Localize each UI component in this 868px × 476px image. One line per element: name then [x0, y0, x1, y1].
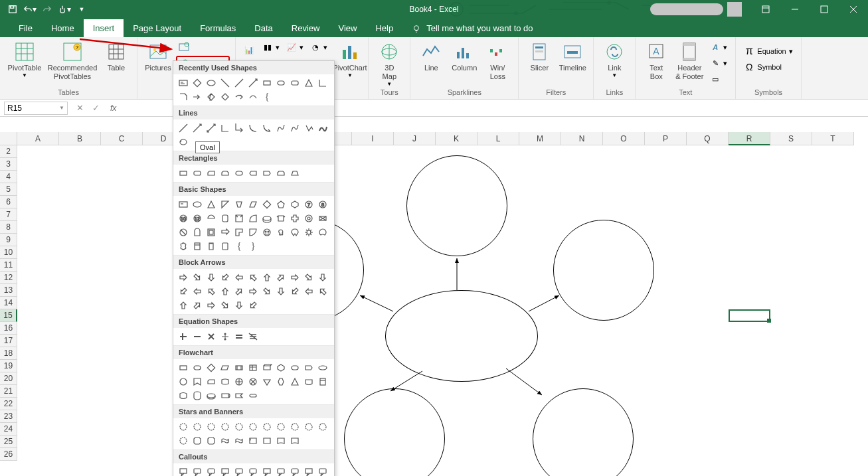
tab-formulas[interactable]: Formulas — [191, 19, 245, 37]
qat-customize-icon[interactable]: ▼ — [74, 2, 89, 17]
shape-option[interactable] — [177, 435, 189, 447]
row-head-6[interactable]: 6 — [0, 196, 17, 208]
shape-option[interactable] — [247, 285, 259, 297]
shape-option[interactable] — [275, 212, 287, 224]
shape-option[interactable] — [205, 91, 217, 103]
shape-option[interactable] — [233, 421, 245, 433]
col-head-J[interactable]: J — [394, 132, 436, 145]
row-head-24[interactable]: 24 — [0, 423, 17, 436]
shape-option[interactable] — [191, 331, 203, 343]
shape-option[interactable] — [247, 226, 259, 238]
shape-option[interactable] — [317, 285, 329, 297]
shape-option[interactable] — [275, 362, 287, 374]
shape-option[interactable] — [303, 212, 315, 224]
shape-option[interactable] — [191, 421, 203, 433]
shape-option[interactable]: 12 — [191, 212, 203, 224]
recommended-pivottables-button[interactable]: ?Recommended PivotTables — [46, 40, 98, 81]
shape-option[interactable] — [247, 376, 259, 388]
shape-option[interactable] — [317, 466, 329, 476]
shape-option[interactable]: 10 — [177, 212, 189, 224]
shape-option[interactable] — [317, 362, 329, 374]
sparkline-column-button[interactable]: Column — [449, 40, 479, 72]
shape-option[interactable] — [261, 226, 273, 238]
tab-insert[interactable]: Insert — [84, 19, 124, 37]
shape-option[interactable] — [177, 331, 189, 343]
shape-option[interactable] — [317, 122, 329, 134]
shape-option[interactable] — [247, 331, 259, 343]
shape-option[interactable] — [177, 122, 189, 134]
shape-option[interactable] — [233, 435, 245, 447]
col-head-K[interactable]: K — [436, 132, 477, 145]
shape-option[interactable] — [247, 466, 259, 476]
shape-option[interactable] — [261, 285, 273, 297]
shape-option[interactable] — [205, 435, 217, 447]
cancel-icon[interactable]: ✕ — [72, 102, 88, 115]
shape-option[interactable] — [233, 299, 245, 311]
shape-option[interactable] — [233, 362, 245, 374]
tab-file[interactable]: File — [9, 19, 42, 37]
tab-help[interactable]: Help — [366, 19, 402, 37]
shape-option[interactable] — [303, 272, 315, 283]
shape-option[interactable] — [289, 226, 301, 238]
shape-option[interactable] — [177, 198, 189, 210]
close-icon[interactable] — [839, 0, 868, 19]
shape-option[interactable] — [219, 122, 231, 134]
shape-option[interactable] — [289, 212, 301, 224]
undo-icon[interactable]: ▾ — [23, 2, 37, 17]
shape-option[interactable] — [303, 376, 315, 388]
shape-option[interactable] — [233, 390, 245, 402]
object-button[interactable]: ▭ — [707, 72, 730, 86]
selected-cell[interactable] — [729, 309, 770, 322]
shape-option[interactable] — [317, 272, 329, 283]
shape-option[interactable] — [289, 122, 301, 134]
shape-option[interactable] — [219, 272, 231, 283]
col-head-S[interactable]: S — [770, 132, 812, 145]
shape-option[interactable] — [219, 212, 231, 224]
row-head-7[interactable]: 7 — [0, 208, 17, 221]
link-button[interactable]: Link▼ — [599, 40, 630, 78]
shape-option[interactable] — [275, 466, 287, 476]
row-head-17[interactable]: 17 — [0, 335, 17, 347]
shape-option[interactable] — [191, 226, 203, 238]
shape-option[interactable]: 7 — [303, 198, 315, 210]
column-chart-button[interactable]: ▮▮▾ — [260, 40, 282, 54]
shape-option[interactable] — [219, 466, 231, 476]
shape-option[interactable] — [261, 435, 273, 447]
shape-option[interactable] — [289, 466, 301, 476]
minimize-icon[interactable] — [780, 0, 810, 19]
table-button[interactable]: Table — [101, 40, 131, 72]
shape-option[interactable] — [205, 362, 217, 374]
row-head-19[interactable]: 19 — [0, 360, 17, 372]
pictures-button[interactable]: Pictures — [143, 40, 173, 72]
shape-option[interactable] — [205, 226, 217, 238]
tab-data[interactable]: Data — [245, 19, 282, 37]
shape-option[interactable] — [205, 167, 217, 179]
shape-option[interactable] — [289, 272, 301, 283]
shape-option[interactable] — [261, 212, 273, 224]
wordart-button[interactable]: A▾ — [707, 40, 730, 54]
tab-home[interactable]: Home — [42, 19, 84, 37]
shape-option[interactable] — [247, 421, 259, 433]
fx-icon[interactable]: fx — [110, 104, 116, 113]
shape-option[interactable] — [247, 362, 259, 374]
shape-option[interactable] — [205, 285, 217, 297]
shape-option[interactable] — [247, 77, 259, 89]
shape-option[interactable] — [247, 122, 259, 134]
equation-button[interactable]: πEquation ▾ — [741, 44, 795, 58]
shape-option[interactable]: { — [233, 240, 245, 252]
row-head-21[interactable]: 21 — [0, 385, 17, 398]
shape-option[interactable] — [205, 212, 217, 224]
shape-option[interactable] — [177, 167, 189, 179]
row-head-8[interactable]: 8 — [0, 221, 17, 234]
tell-me-search[interactable]: Tell me what you want to do — [402, 19, 542, 37]
shape-option[interactable] — [275, 272, 287, 283]
redo-icon[interactable] — [40, 2, 54, 17]
shape-option[interactable] — [219, 240, 231, 252]
shape-option[interactable] — [233, 272, 245, 283]
shape-option[interactable] — [247, 91, 259, 103]
col-head-A[interactable]: A — [17, 132, 59, 145]
shape-option[interactable] — [177, 466, 189, 476]
shape-option[interactable] — [289, 77, 301, 89]
shape-option[interactable] — [275, 226, 287, 238]
shape-option[interactable] — [317, 77, 329, 89]
